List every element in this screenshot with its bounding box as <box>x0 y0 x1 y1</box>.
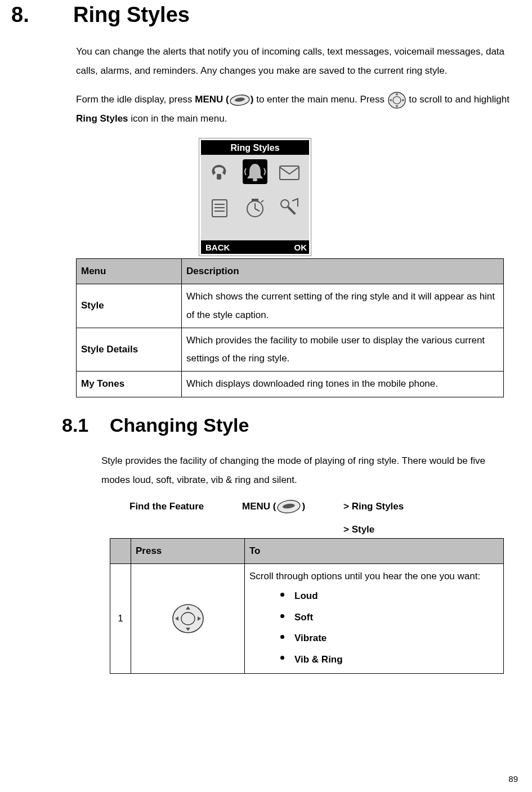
svg-rect-22 <box>252 199 258 202</box>
menu-label: Style <box>77 284 182 328</box>
find-feature-line-1: Find the Feature MENU ( ) > Ring Styles <box>129 499 509 514</box>
table-row: Style Which shows the current setting of… <box>77 284 504 328</box>
menu-table-header-menu: Menu <box>77 259 182 284</box>
intro2-text-c: to scroll to and highlight <box>406 94 509 105</box>
menu-description: Which shows the current setting of the r… <box>182 284 504 328</box>
option-item: Soft <box>280 607 499 628</box>
intro2-menu-label: MENU ( <box>195 94 229 105</box>
menu-key-icon <box>229 94 251 106</box>
press-to-table: Press To 1 Scroll through optio <box>110 538 504 674</box>
intro2-text-b: to enter the main menu. Press <box>253 94 387 105</box>
intro-paragraph-1: You can change the alerts that notify yo… <box>76 42 509 80</box>
nav-key-icon <box>387 91 406 109</box>
svg-rect-11 <box>217 174 221 180</box>
phone-screenshot: Ring Styles <box>0 138 509 258</box>
svg-rect-13 <box>253 178 257 181</box>
press-table-header-to: To <box>245 538 504 563</box>
option-item: Loud <box>280 585 499 606</box>
press-table-header-press: Press <box>131 538 245 563</box>
find-feature-path2: > Style <box>343 524 509 535</box>
option-item: Vibrate <box>280 628 499 648</box>
menu-table-header-description: Description <box>182 259 504 284</box>
subsection-title-text: Changing Style <box>110 414 249 436</box>
menu-description-table: Menu Description Style Which shows the c… <box>76 258 504 397</box>
section-title-text: Ring Styles <box>73 3 190 26</box>
find-feature-label: Find the Feature <box>129 501 242 512</box>
find-feature-menu-close: ) <box>302 501 305 512</box>
table-row: Style Details Which provides the facilit… <box>77 328 504 372</box>
menu-key-icon <box>276 499 302 514</box>
page-number: 89 <box>508 774 518 784</box>
find-feature-menu: MENU ( <box>242 501 276 512</box>
nav-key-icon <box>171 603 205 634</box>
intro2-text-d: icon in the main menu. <box>128 113 227 124</box>
intro-paragraph-2: Form the idle display, press MENU ( ) to… <box>76 90 509 128</box>
menu-label: Style Details <box>77 328 182 372</box>
press-table-header-num <box>110 538 131 563</box>
section-number: 8. <box>11 3 73 27</box>
find-feature-path1: > Ring Styles <box>343 501 404 512</box>
press-icon-cell <box>131 564 245 674</box>
subsection-heading: 8.1Changing Style <box>0 397 509 442</box>
screenshot-softkey-left: BACK <box>205 243 230 252</box>
section-heading: 8.Ring Styles <box>0 0 509 33</box>
to-cell: Scroll through options until you hear th… <box>245 564 504 674</box>
menu-description: Which displays downloaded ring tones in … <box>182 372 504 397</box>
screenshot-title: Ring Styles <box>230 143 279 153</box>
menu-label: My Tones <box>77 372 182 397</box>
step-number: 1 <box>110 564 131 674</box>
subsection-number: 8.1 <box>62 414 110 436</box>
to-intro: Scroll through options until you hear th… <box>249 567 499 585</box>
menu-description: Which provides the facility to mobile us… <box>182 328 504 372</box>
table-row: My Tones Which displays downloaded ring … <box>77 372 504 397</box>
intro2-ringstyles: Ring Styles <box>76 113 128 124</box>
option-item: Vib & Ring <box>280 649 499 670</box>
table-row: 1 Scroll through options until you hear … <box>110 564 504 674</box>
screenshot-softkey-right: OK <box>294 243 307 252</box>
subsection-body: Style provides the facility of changing … <box>101 451 509 490</box>
intro2-text-a: Form the idle display, press <box>76 94 195 105</box>
